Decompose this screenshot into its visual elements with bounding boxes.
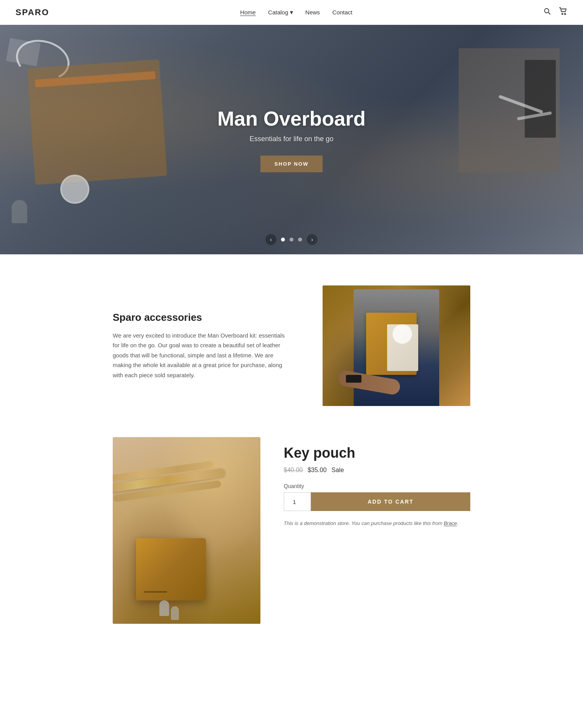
about-description: We are very excited to introduce the Man…: [113, 331, 292, 380]
hero-title: Man Overboard: [217, 107, 365, 130]
price-original: $40.00: [284, 467, 303, 473]
carousel-prev[interactable]: ‹: [265, 234, 276, 245]
site-header: SPARO Home Catalog ▾ News Contact: [0, 0, 583, 25]
hero-subtitle: Essentials for life on the go: [217, 135, 365, 143]
watch-decoration: [60, 175, 89, 204]
nav-news[interactable]: News: [305, 9, 320, 16]
demo-link[interactable]: Brace: [444, 520, 457, 526]
svg-point-3: [564, 14, 566, 15]
about-text: Sparo accessories We are very excited to…: [113, 312, 292, 380]
about-section: Sparo accessories We are very excited to…: [105, 285, 478, 406]
product-pricing: $40.00 $35.00 Sale: [284, 467, 470, 474]
add-to-cart-button[interactable]: ADD TO CART: [311, 492, 470, 511]
nav-home[interactable]: Home: [240, 9, 256, 16]
quantity-label: Quantity: [284, 483, 470, 489]
keys-decoration: [12, 200, 27, 223]
sale-badge: Sale: [332, 467, 344, 473]
carousel-dot-3[interactable]: [298, 238, 302, 242]
price-sale: $35.00: [307, 467, 326, 473]
main-nav: Home Catalog ▾ News Contact: [240, 9, 353, 16]
about-image: [323, 285, 470, 406]
site-logo[interactable]: SPARO: [16, 7, 49, 18]
demo-note-text: This is a demonstration store. You can p…: [284, 520, 442, 526]
product-title: Key pouch: [284, 445, 470, 461]
nav-catalog[interactable]: Catalog ▾: [268, 9, 293, 16]
quantity-row: ADD TO CART: [284, 492, 470, 511]
demo-note: This is a demonstration store. You can p…: [284, 520, 470, 526]
phone-decoration: [525, 60, 556, 138]
svg-point-2: [562, 14, 563, 15]
carousel-dot-1[interactable]: [281, 238, 285, 242]
carousel-next[interactable]: ›: [307, 234, 318, 245]
cart-button[interactable]: [559, 7, 567, 17]
product-image: [113, 437, 260, 624]
hero-content: Man Overboard Essentials for life on the…: [217, 107, 365, 172]
nav-catalog-link[interactable]: Catalog: [268, 9, 288, 16]
charger-decoration: [6, 38, 40, 66]
hero-section: Man Overboard Essentials for life on the…: [0, 25, 583, 254]
carousel-controls: ‹ ›: [265, 234, 318, 245]
search-icon: [543, 8, 551, 17]
chevron-down-icon: ▾: [290, 9, 293, 16]
product-section: Key pouch $40.00 $35.00 Sale Quantity AD…: [105, 437, 478, 624]
earphones: [393, 324, 412, 344]
header-icons: [543, 7, 567, 17]
product-details: Key pouch $40.00 $35.00 Sale Quantity AD…: [284, 437, 470, 526]
nav-contact[interactable]: Contact: [332, 9, 353, 16]
cart-icon: [559, 8, 567, 17]
pouch-stitching: [144, 591, 167, 593]
key-2: [171, 606, 179, 620]
shop-now-button[interactable]: SHOP NOW: [260, 156, 323, 172]
watch-wrist: [346, 375, 361, 383]
carousel-dot-2[interactable]: [290, 238, 293, 242]
svg-line-1: [548, 12, 550, 14]
about-title: Sparo accessories: [113, 312, 292, 324]
svg-point-0: [545, 9, 549, 13]
quantity-input[interactable]: [284, 492, 311, 511]
search-button[interactable]: [543, 7, 551, 17]
key-1: [159, 600, 169, 616]
